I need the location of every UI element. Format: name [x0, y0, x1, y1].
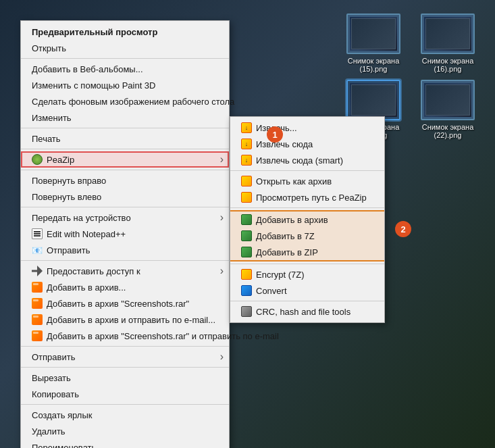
menu-item-rename[interactable]: Переименовать [21, 439, 229, 448]
menu-item-rotate-right[interactable]: Повернуть вправо [21, 172, 229, 189]
add-7z-icon [241, 230, 252, 241]
add-rar-email-icon [32, 330, 43, 341]
menu-label-notepad: Edit with Notepad++ [47, 229, 126, 239]
context-menu-left: Предварительный просмотр Открыть Добавит… [20, 20, 230, 448]
separator-3 [21, 149, 229, 149]
file-label-15: Снимок экрана (15).png [348, 57, 400, 73]
separator-2 [21, 128, 229, 128]
menu-item-extract-smart[interactable]: Извлечь сюда (smart) [230, 152, 384, 168]
menu-item-send2[interactable]: Отправить [21, 349, 229, 365]
menu-label-add-email: Добавить в архив и отправить по e-mail..… [47, 315, 215, 325]
menu-label-peazip: PeaZip [47, 155, 74, 165]
separator-1 [21, 58, 229, 59]
menu-item-set-bg[interactable]: Сделать фоновым изображением рабочего ст… [21, 93, 229, 109]
menu-label-rename: Переименовать [32, 443, 96, 449]
file-label-16: Снимок экрана (16).png [422, 57, 474, 73]
extract-icon [241, 122, 252, 133]
menu-label-open-archive: Открыть как архив [256, 176, 332, 186]
browse-peazip-icon [241, 192, 252, 203]
menu-item-open-archive[interactable]: Открыть как архив [230, 173, 384, 189]
menu-item-add-zip[interactable]: Добавить в ZIP [230, 244, 384, 262]
menu-label-add-archive: Добавить в архив... [47, 282, 126, 293]
menu-item-browse-peazip[interactable]: Просмотреть путь с PeaZip [230, 189, 384, 205]
menu-label-send2: Отправить [32, 352, 75, 362]
menu-item-extract[interactable]: Извлечь... [230, 120, 384, 136]
menu-label-add-zip: Добавить в ZIP [256, 247, 318, 257]
menu-item-add-to-archive[interactable]: Добавить в архив [230, 210, 384, 228]
add-email-icon [32, 314, 43, 325]
menu-item-copy[interactable]: Копировать [21, 386, 229, 402]
menu-item-peazip[interactable]: PeaZip [21, 151, 229, 168]
menu-item-preview[interactable]: Предварительный просмотр [21, 24, 229, 40]
menu-label-delete: Удалить [32, 426, 66, 437]
menu-label-cut: Вырезать [32, 373, 71, 383]
menu-label-copy: Копировать [32, 389, 79, 399]
separator-6 [21, 260, 229, 261]
menu-item-add-email[interactable]: Добавить в архив и отправить по e-mail..… [21, 312, 229, 328]
thumb-image-22 [421, 80, 475, 120]
separator-8 [21, 367, 229, 368]
menu-label-add-rar: Добавить в архив "Screenshots.rar" [47, 299, 189, 309]
menu-item-notepad[interactable]: Edit with Notepad++ [21, 226, 229, 242]
menu-label-open: Открыть [32, 43, 66, 53]
menu-label-edit: Изменить [32, 113, 72, 123]
notepad-icon [32, 228, 43, 239]
menu-item-convert[interactable]: Convert [230, 282, 384, 299]
right-separator-1 [230, 170, 384, 171]
menu-label-add-rar-email: Добавить в архив "Screenshots.rar" и отп… [47, 331, 279, 341]
menu-label-add-to-archive: Добавить в архив [256, 215, 328, 225]
menu-label-add-7z: Добавить в 7Z [256, 231, 315, 241]
separator-7 [21, 346, 229, 347]
menu-label-crc: CRC, hash and file tools [256, 307, 350, 317]
menu-label-extract-here: Извлечь сюда [256, 139, 313, 149]
send-icon: 📧 [32, 245, 43, 255]
separator-4 [21, 170, 229, 170]
file-label-22: Снимок экрана (22).png [422, 123, 474, 139]
file-thumb-16[interactable]: Снимок экрана (16).png [414, 14, 481, 73]
file-thumb-15[interactable]: Снимок экрана (15).png [340, 14, 407, 73]
menu-item-send-device[interactable]: Передать на устройство [21, 209, 229, 226]
menu-item-crc[interactable]: CRC, hash and file tools [230, 303, 384, 320]
right-separator-2 [230, 207, 384, 208]
menu-item-encrypt[interactable]: Encrypt (7Z) [230, 266, 384, 282]
convert-icon [241, 285, 252, 296]
menu-item-share[interactable]: Предоставить доступ к [21, 263, 229, 279]
add-to-archive-icon [241, 214, 252, 225]
menu-item-send-mail[interactable]: 📧 Отправить [21, 242, 229, 258]
menu-label-rotate-left: Повернуть влево [32, 192, 101, 202]
menu-label-set-bg: Сделать фоновым изображением рабочего ст… [32, 97, 234, 107]
menu-item-print[interactable]: Печать [21, 130, 229, 147]
menu-item-add-rar-email[interactable]: Добавить в архив "Screenshots.rar" и отп… [21, 328, 229, 344]
menu-item-add-rar[interactable]: Добавить в архив "Screenshots.rar" [21, 295, 229, 312]
menu-label-send-mail: Отправить [47, 245, 90, 255]
context-menu-right: Извлечь... Извлечь сюда Извлечь сюда (sm… [230, 116, 385, 323]
menu-label-web-albums: Добавить в Веб-альбомы... [32, 64, 143, 74]
open-archive-icon [241, 176, 252, 186]
menu-item-rotate-left[interactable]: Повернуть влево [21, 189, 229, 205]
badge-1: 1 [267, 126, 283, 143]
menu-item-paint3d[interactable]: Изменить с помощью Paint 3D [21, 77, 229, 93]
menu-item-web-albums[interactable]: Добавить в Веб-альбомы... [21, 61, 229, 77]
menu-item-create-shortcut[interactable]: Создать ярлык [21, 407, 229, 423]
menu-item-add-archive[interactable]: Добавить в архив... [21, 279, 229, 295]
thumb-image-21 [346, 80, 400, 120]
menu-item-cut[interactable]: Вырезать [21, 370, 229, 386]
extract-here-icon [241, 139, 252, 149]
share-icon [32, 266, 43, 276]
menu-item-open[interactable]: Открыть [21, 40, 229, 56]
menu-item-add-7z[interactable]: Добавить в 7Z [230, 228, 384, 244]
menu-item-edit[interactable]: Изменить [21, 109, 229, 126]
add-zip-icon [241, 247, 252, 257]
file-thumb-22[interactable]: Снимок экрана (22).png [414, 80, 481, 139]
menu-item-extract-here[interactable]: Извлечь сюда [230, 136, 384, 152]
menu-label-send-device: Передать на устройство [32, 213, 131, 223]
separator-5 [21, 207, 229, 207]
menu-label-print: Печать [32, 134, 61, 144]
menu-item-delete[interactable]: Удалить [21, 423, 229, 439]
extract-smart-icon [241, 155, 252, 166]
menu-label-create-shortcut: Создать ярлык [32, 410, 92, 420]
menu-label-browse-peazip: Просмотреть путь с PeaZip [256, 193, 367, 203]
menu-label-preview: Предварительный просмотр [32, 27, 157, 37]
menu-label-rotate-right: Повернуть вправо [32, 176, 106, 186]
menu-label-encrypt: Encrypt (7Z) [256, 270, 305, 280]
